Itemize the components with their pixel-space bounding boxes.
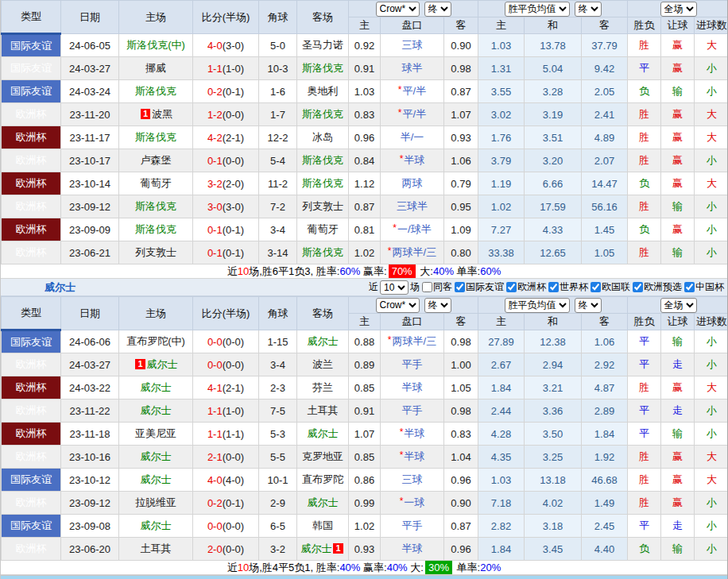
away-team-cell[interactable]: 威尔士 — [297, 330, 349, 353]
league-cell[interactable]: 欧洲杯 — [2, 446, 61, 469]
scope-select[interactable]: 全场 — [660, 298, 697, 313]
league-cell[interactable]: 国际友谊 — [2, 34, 61, 57]
handicap-away-odds-cell: 1.05 — [444, 376, 478, 400]
competition-checkbox[interactable] — [591, 282, 601, 292]
league-cell[interactable]: 欧洲杯 — [2, 195, 61, 218]
company-select[interactable]: Crow* — [376, 298, 420, 313]
away-team-cell[interactable]: 斯洛伐克 — [297, 103, 349, 126]
league-cell[interactable]: 欧洲杯 — [2, 126, 61, 149]
away-team-cell[interactable]: 威尔士 — [297, 492, 349, 515]
home-team-cell[interactable]: 拉脱维亚 — [119, 492, 193, 515]
league-cell[interactable]: 欧洲杯 — [2, 241, 61, 264]
home-team-cell[interactable]: 威尔士 — [119, 376, 193, 400]
scope-select[interactable]: 全场 — [660, 2, 697, 17]
competition-filter[interactable]: 欧国联 — [591, 280, 630, 294]
home-team-cell[interactable]: 1波黑 — [119, 103, 193, 126]
home-team-cell[interactable]: 威尔士 — [119, 400, 193, 423]
competition-label: 国际友谊 — [466, 280, 504, 294]
competition-checkbox[interactable] — [455, 282, 465, 292]
away-team-cell[interactable]: 斯洛伐克 — [297, 172, 349, 195]
home-team-cell[interactable]: 威尔士 — [119, 469, 193, 492]
result-wdl-cell: 胜 — [628, 103, 661, 126]
away-team-cell[interactable]: 芬兰 — [297, 376, 349, 400]
handicap-away-odds-cell: 1.09 — [444, 218, 478, 241]
final-odds-select[interactable]: 终 — [424, 298, 451, 313]
home-team-cell[interactable]: 亚美尼亚 — [119, 423, 193, 446]
final-eu-select[interactable]: 终 — [575, 298, 602, 313]
league-cell[interactable]: 欧洲杯 — [2, 353, 61, 376]
league-cell[interactable]: 国际友谊 — [2, 515, 61, 538]
league-cell[interactable]: 欧洲杯 — [2, 376, 61, 400]
away-team-cell[interactable]: 冰岛 — [297, 126, 349, 149]
competition-filter[interactable]: 欧洲杯 — [506, 280, 546, 294]
away-team-cell[interactable]: 圣马力诺 — [297, 34, 349, 57]
away-team-cell[interactable]: 克罗地亚 — [297, 446, 349, 469]
league-cell[interactable]: 欧洲杯 — [2, 149, 61, 172]
league-cell[interactable]: 欧洲杯 — [2, 400, 61, 423]
away-team-cell[interactable]: 威尔士 — [297, 423, 349, 446]
competition-checkbox[interactable] — [506, 282, 517, 292]
league-cell[interactable]: 欧洲杯 — [2, 172, 61, 195]
league-cell[interactable]: 欧洲杯 — [2, 538, 61, 561]
home-team-cell[interactable]: 斯洛伐克 — [119, 126, 193, 149]
away-team-cell[interactable]: 斯洛伐克 — [297, 57, 349, 80]
away-team-cell[interactable]: 威尔士1 — [297, 538, 349, 561]
match-count-select[interactable]: 10 — [380, 280, 409, 295]
away-team-cell[interactable]: 直布罗陀 — [297, 469, 349, 492]
home-team-cell[interactable]: 1威尔士 — [119, 353, 193, 376]
home-team-cell[interactable]: 斯洛伐克 — [119, 218, 193, 241]
competition-filter[interactable]: 欧洲预选 — [633, 280, 682, 294]
company-select[interactable]: Crow* — [376, 2, 420, 17]
home-team-cell[interactable]: 列支敦士 — [119, 241, 193, 264]
competition-checkbox[interactable] — [633, 282, 643, 292]
competition-checkbox[interactable] — [548, 282, 559, 292]
final-odds-select[interactable]: 终 — [424, 2, 451, 17]
eu-home-odds-cell: 3.02 — [478, 103, 525, 126]
league-cell[interactable]: 国际友谊 — [2, 57, 61, 80]
same-away-checkbox[interactable] — [422, 282, 432, 292]
eu-avg-select[interactable]: 胜平负均值 — [505, 2, 570, 17]
result-wdl-cell: 胜 — [628, 34, 661, 57]
away-team-cell[interactable]: 斯洛伐克 — [297, 149, 349, 172]
away-team-cell[interactable]: 葡萄牙 — [297, 218, 349, 241]
home-team-cell[interactable]: 斯洛伐克 — [119, 195, 193, 218]
home-team-cell[interactable]: 斯洛伐克(中) — [119, 34, 193, 57]
same-away-filter[interactable]: 同客 — [422, 280, 452, 294]
league-cell[interactable]: 欧洲杯 — [2, 423, 61, 446]
home-team-cell[interactable]: 斯洛伐克 — [119, 80, 193, 103]
eu-avg-select[interactable]: 胜平负均值 — [505, 298, 570, 313]
home-team-cell[interactable]: 威尔士 — [119, 446, 193, 469]
league-cell[interactable]: 欧洲杯 — [2, 103, 61, 126]
home-team-cell[interactable]: 土耳其 — [119, 538, 193, 561]
league-cell[interactable]: 欧洲杯 — [2, 492, 61, 515]
competition-filter[interactable]: 中国杯 — [684, 280, 724, 294]
home-team-cell[interactable]: 卢森堡 — [119, 149, 193, 172]
league-cell[interactable]: 国际友谊 — [2, 80, 61, 103]
date-cell: 23-10-16 — [61, 446, 119, 469]
score-cell: 0-0(0-0) — [193, 330, 259, 353]
home-team-cell[interactable]: 威尔士 — [119, 515, 193, 538]
away-team-cell[interactable]: 列支敦士 — [297, 195, 349, 218]
competition-checkbox[interactable] — [684, 282, 695, 292]
away-team-cell[interactable]: 土耳其 — [297, 400, 349, 423]
result-goals-cell: 小 — [695, 538, 728, 561]
competition-filter[interactable]: 世界杯 — [548, 280, 588, 294]
team-name: 威尔士 — [141, 381, 172, 393]
handicap-away-odds-cell: 0.79 — [444, 172, 478, 195]
home-team-cell[interactable]: 直布罗陀(中) — [119, 330, 193, 353]
away-team-cell[interactable]: 斯洛伐克 — [297, 241, 349, 264]
away-team-cell[interactable]: 波兰 — [297, 353, 349, 376]
away-team-cell[interactable]: 韩国 — [297, 515, 349, 538]
team-name: 斯洛伐克(中) — [126, 39, 185, 51]
eu-away-odds-cell: 2.07 — [582, 149, 628, 172]
away-team-cell[interactable]: 奥地利 — [297, 80, 349, 103]
league-cell[interactable]: 国际友谊 — [2, 330, 61, 353]
match-row: 欧洲杯24-03-271威尔士0-0(0-0)3-4波兰0.89平手1.002.… — [2, 353, 728, 376]
final-eu-select[interactable]: 终 — [575, 2, 602, 17]
home-team-cell[interactable]: 挪威 — [119, 57, 193, 80]
home-team-cell[interactable]: 葡萄牙 — [119, 172, 193, 195]
league-cell[interactable]: 国际友谊 — [2, 469, 61, 492]
competition-filter[interactable]: 国际友谊 — [455, 280, 504, 294]
league-cell[interactable]: 欧洲杯 — [2, 218, 61, 241]
match-row: 欧洲杯23-10-17卢森堡0-1(0-0)5-4斯洛伐克0.84*半球1.06… — [2, 149, 728, 172]
